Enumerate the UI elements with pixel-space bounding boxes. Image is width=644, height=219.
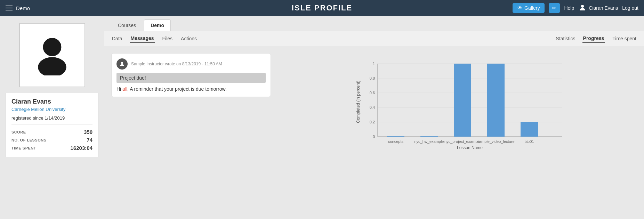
subtab-messages[interactable]: Messages: [130, 34, 155, 43]
lessons-row: NO. OF LESSONS 74: [11, 136, 92, 144]
svg-rect-26: [521, 122, 538, 137]
message-subject: Project due!: [116, 73, 266, 83]
avatar: [31, 34, 73, 76]
svg-text:Completed (in percent): Completed (in percent): [356, 81, 361, 123]
svg-text:nyc_project_example: nyc_project_example: [444, 139, 481, 144]
subtab-actions[interactable]: Actions: [180, 34, 198, 43]
help-link[interactable]: Help: [564, 5, 574, 11]
sidebar: Ciaran Evans Carnegie Mellon University …: [0, 16, 104, 219]
svg-rect-24: [487, 64, 505, 137]
message-wrote: wrote on: [165, 62, 181, 66]
progress-chart: Completed (in percent) 0 0.2 0.4 0: [289, 53, 634, 151]
user-info-card: Ciaran Evans Carnegie Mellon University …: [6, 93, 98, 157]
svg-text:sample_video_lecture: sample_video_lecture: [477, 139, 514, 144]
topnav: Demo ISLE PROFILE 👁 Gallery ✏ Help Ciara…: [0, 0, 644, 16]
lessons-value: 74: [87, 137, 92, 143]
x-axis-title: Lesson Name: [457, 145, 483, 150]
user-name: Ciaran Evans: [589, 5, 618, 11]
svg-point-3: [121, 62, 123, 64]
svg-text:0: 0: [373, 135, 375, 139]
message-body: Hi all, A reminder that your project is …: [116, 86, 266, 92]
stattab-progress[interactable]: Progress: [582, 34, 605, 43]
user-menu[interactable]: Ciaran Evans: [578, 3, 618, 13]
content-area: Sample Instructor wrote on 8/13/2019 - 1…: [104, 46, 644, 219]
sub-tabs-row: Data Messages Files Actions Statistics P…: [104, 31, 644, 46]
user-registered: registered since 1/14/2019: [11, 115, 92, 124]
avatar-box: [19, 23, 85, 87]
svg-text:lab01: lab01: [525, 139, 534, 144]
message-meta: Sample Instructor wrote on 8/13/2019 - 1…: [131, 62, 222, 66]
message-card: Sample Instructor wrote on 8/13/2019 - 1…: [111, 53, 271, 97]
main-content: Courses Demo Data Messages Files Actions…: [104, 16, 644, 219]
user-full-name: Ciaran Evans: [11, 98, 92, 105]
logout-button[interactable]: Log out: [622, 5, 638, 11]
chart-panel: Completed (in percent) 0 0.2 0.4 0: [278, 46, 644, 219]
user-icon: [578, 3, 587, 13]
message-header: Sample Instructor wrote on 8/13/2019 - 1…: [116, 58, 266, 70]
time-row: TIME SPENT 16203:04: [11, 144, 92, 152]
svg-text:0.8: 0.8: [370, 76, 375, 80]
hamburger-menu[interactable]: [6, 6, 13, 10]
message-date: 8/13/2019 - 11:50 AM: [182, 62, 222, 66]
body-start: Hi: [116, 86, 121, 92]
messages-panel: Sample Instructor wrote on 8/13/2019 - 1…: [104, 46, 278, 219]
svg-text:nyc_hw_example: nyc_hw_example: [414, 139, 444, 144]
message-avatar: [116, 58, 128, 70]
svg-point-1: [43, 38, 61, 56]
svg-point-0: [581, 5, 584, 8]
score-value: 350: [84, 129, 92, 135]
body-rest: , A reminder that your project is due to…: [127, 86, 227, 92]
user-university: Carnegie Mellon University: [11, 107, 92, 112]
svg-text:0.2: 0.2: [370, 120, 375, 124]
page-title: ISLE PROFILE: [292, 3, 352, 13]
pencil-icon: ✏: [552, 5, 556, 11]
subtab-files[interactable]: Files: [162, 34, 174, 43]
svg-rect-22: [454, 64, 471, 137]
gallery-button[interactable]: 👁 Gallery: [513, 3, 545, 13]
time-value: 16203:04: [71, 145, 92, 151]
svg-rect-18: [387, 136, 404, 137]
lessons-label: NO. OF LESSONS: [11, 138, 47, 142]
svg-text:1: 1: [373, 62, 375, 66]
eye-icon: 👁: [517, 5, 522, 11]
score-row: SCORE 350: [11, 128, 92, 136]
svg-rect-20: [420, 136, 438, 137]
time-label: TIME SPENT: [11, 146, 36, 150]
message-author: Sample Instructor: [131, 62, 164, 66]
statistics-label: Statistics: [556, 36, 575, 41]
svg-point-2: [38, 57, 66, 75]
tab-courses[interactable]: Courses: [111, 19, 143, 31]
subtab-data[interactable]: Data: [111, 34, 123, 43]
score-label: SCORE: [11, 130, 26, 134]
edit-button[interactable]: ✏: [549, 3, 560, 13]
course-tabs: Courses Demo: [104, 16, 644, 31]
tab-demo[interactable]: Demo: [144, 19, 171, 31]
body-highlight: all: [121, 86, 127, 92]
stattab-time-spent[interactable]: Time spent: [612, 34, 637, 43]
demo-label: Demo: [16, 5, 30, 11]
svg-text:0.6: 0.6: [370, 91, 375, 95]
svg-text:0.4: 0.4: [370, 105, 375, 110]
svg-text:concepts: concepts: [388, 139, 404, 144]
